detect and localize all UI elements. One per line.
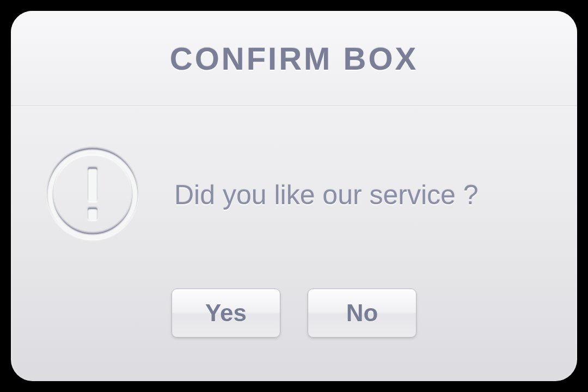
dialog-footer: Yes No bbox=[11, 283, 577, 381]
yes-button[interactable]: Yes bbox=[171, 289, 280, 338]
no-button[interactable]: No bbox=[308, 289, 416, 338]
svg-rect-1 bbox=[88, 168, 97, 201]
dialog-body: Did you like our service ? bbox=[11, 106, 577, 283]
confirm-dialog: CONFIRM BOX bbox=[11, 11, 577, 381]
dialog-message: Did you like our service ? bbox=[174, 179, 479, 211]
svg-rect-2 bbox=[88, 208, 97, 220]
dialog-title: CONFIRM BOX bbox=[170, 40, 418, 77]
alert-icon bbox=[44, 145, 142, 245]
dialog-header: CONFIRM BOX bbox=[11, 11, 577, 106]
